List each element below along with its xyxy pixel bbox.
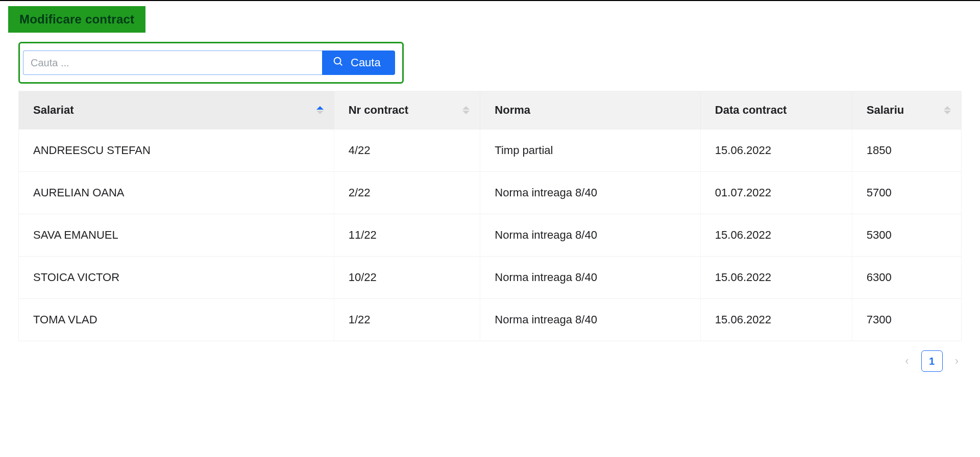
cell-salariat: STOICA VICTOR — [19, 256, 334, 298]
svg-line-1 — [340, 63, 342, 65]
contracts-table: Salariat Nr contract Norma — [18, 91, 962, 341]
col-header-salariat[interactable]: Salariat — [19, 91, 334, 129]
cell-data: 15.06.2022 — [701, 129, 852, 171]
table-header-row: Salariat Nr contract Norma — [19, 91, 961, 129]
page-header: Modificare contract — [0, 1, 980, 42]
table-row[interactable]: TOMA VLAD1/22Norma intreaga 8/4015.06.20… — [19, 298, 961, 341]
cell-data: 01.07.2022 — [701, 171, 852, 214]
col-header-norma: Norma — [480, 91, 700, 129]
cell-salariu: 1850 — [852, 129, 961, 171]
cell-nrcontract: 2/22 — [334, 171, 481, 214]
table-row[interactable]: SAVA EMANUEL11/22Norma intreaga 8/4015.0… — [19, 214, 961, 256]
col-header-label: Norma — [495, 104, 530, 116]
sort-icon — [944, 106, 951, 114]
cell-norma: Norma intreaga 8/40 — [480, 256, 700, 298]
cell-nrcontract: 1/22 — [334, 298, 481, 341]
col-header-label: Salariat — [33, 104, 74, 116]
cell-nrcontract: 11/22 — [334, 214, 481, 256]
col-header-label: Salariu — [867, 104, 904, 116]
search-button-label: Cauta — [351, 56, 381, 69]
cell-norma: Timp partial — [480, 129, 700, 171]
cell-salariat: SAVA EMANUEL — [19, 214, 334, 256]
table-row[interactable]: STOICA VICTOR10/22Norma intreaga 8/4015.… — [19, 256, 961, 298]
pagination-next[interactable]: › — [955, 354, 959, 368]
cell-salariu: 6300 — [852, 256, 961, 298]
main-content: Cauta Salariat Nr contract — [0, 42, 980, 387]
pagination-page-current[interactable]: 1 — [921, 350, 943, 372]
cell-nrcontract: 10/22 — [334, 256, 481, 298]
search-icon — [332, 56, 344, 70]
sort-icon — [316, 106, 324, 114]
search-container: Cauta — [18, 42, 404, 84]
col-header-label: Nr contract — [349, 104, 408, 116]
svg-point-0 — [334, 58, 341, 64]
search-button[interactable]: Cauta — [322, 50, 395, 75]
col-header-nrcontract[interactable]: Nr contract — [334, 91, 481, 129]
cell-salariu: 5700 — [852, 171, 961, 214]
cell-salariu: 7300 — [852, 298, 961, 341]
cell-data: 15.06.2022 — [701, 214, 852, 256]
cell-salariu: 5300 — [852, 214, 961, 256]
cell-norma: Norma intreaga 8/40 — [480, 171, 700, 214]
col-header-salariu[interactable]: Salariu — [852, 91, 961, 129]
pagination: ‹ 1 › — [18, 341, 962, 372]
col-header-data: Data contract — [701, 91, 852, 129]
cell-salariat: TOMA VLAD — [19, 298, 334, 341]
cell-data: 15.06.2022 — [701, 298, 852, 341]
cell-data: 15.06.2022 — [701, 256, 852, 298]
cell-norma: Norma intreaga 8/40 — [480, 214, 700, 256]
pagination-prev[interactable]: ‹ — [905, 354, 909, 368]
sort-icon — [462, 106, 470, 114]
cell-salariat: ANDREESCU STEFAN — [19, 129, 334, 171]
page-title: Modificare contract — [8, 6, 145, 33]
cell-salariat: AURELIAN OANA — [19, 171, 334, 214]
table-row[interactable]: ANDREESCU STEFAN4/22Timp partial15.06.20… — [19, 129, 961, 171]
cell-norma: Norma intreaga 8/40 — [480, 298, 700, 341]
cell-nrcontract: 4/22 — [334, 129, 481, 171]
col-header-label: Data contract — [715, 104, 787, 116]
search-input[interactable] — [23, 50, 322, 75]
table-row[interactable]: AURELIAN OANA2/22Norma intreaga 8/4001.0… — [19, 171, 961, 214]
